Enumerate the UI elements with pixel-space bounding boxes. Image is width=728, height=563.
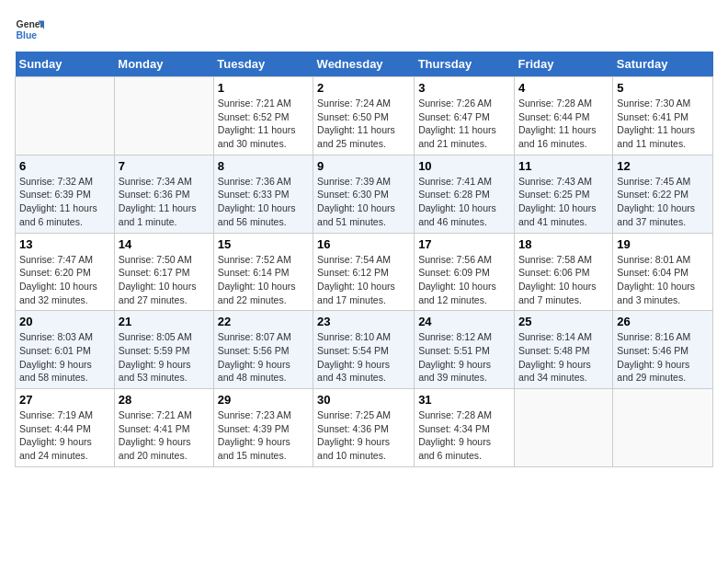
day-header-thursday: Thursday (415, 52, 515, 77)
day-info: Sunrise: 7:34 AM Sunset: 6:36 PM Dayligh… (119, 175, 210, 229)
day-info: Sunrise: 7:25 AM Sunset: 4:36 PM Dayligh… (317, 408, 410, 463)
day-info: Sunrise: 7:19 AM Sunset: 4:44 PM Dayligh… (19, 408, 110, 463)
calendar-week-row: 20Sunrise: 8:03 AM Sunset: 6:01 PM Dayli… (16, 311, 713, 389)
logo: General Blue (15, 15, 44, 44)
day-info: Sunrise: 7:41 AM Sunset: 6:28 PM Dayligh… (418, 175, 510, 229)
calendar-cell: 25Sunrise: 8:14 AM Sunset: 5:48 PM Dayli… (514, 311, 612, 389)
day-number: 25 (518, 315, 609, 328)
calendar-cell: 28Sunrise: 7:21 AM Sunset: 4:41 PM Dayli… (114, 389, 213, 467)
day-number: 23 (317, 315, 410, 328)
calendar-cell (114, 77, 213, 155)
day-info: Sunrise: 7:21 AM Sunset: 4:41 PM Dayligh… (119, 408, 210, 463)
day-info: Sunrise: 7:26 AM Sunset: 6:47 PM Dayligh… (418, 97, 510, 151)
day-info: Sunrise: 7:30 AM Sunset: 6:41 PM Dayligh… (617, 97, 709, 151)
day-info: Sunrise: 7:54 AM Sunset: 6:12 PM Dayligh… (317, 253, 410, 307)
calendar-cell: 29Sunrise: 7:23 AM Sunset: 4:39 PM Dayli… (213, 389, 313, 467)
day-number: 29 (218, 393, 309, 407)
day-number: 5 (617, 81, 709, 95)
calendar-cell: 8Sunrise: 7:36 AM Sunset: 6:33 PM Daylig… (213, 155, 313, 233)
day-number: 6 (19, 159, 110, 173)
calendar-cell: 11Sunrise: 7:43 AM Sunset: 6:25 PM Dayli… (514, 155, 612, 233)
day-info: Sunrise: 8:10 AM Sunset: 5:54 PM Dayligh… (317, 330, 410, 385)
day-info: Sunrise: 8:07 AM Sunset: 5:56 PM Dayligh… (218, 330, 309, 385)
day-info: Sunrise: 7:28 AM Sunset: 4:34 PM Dayligh… (418, 408, 510, 463)
day-header-saturday: Saturday (613, 52, 713, 77)
day-info: Sunrise: 7:36 AM Sunset: 6:33 PM Dayligh… (218, 175, 309, 229)
calendar-cell: 12Sunrise: 7:45 AM Sunset: 6:22 PM Dayli… (613, 155, 713, 233)
day-info: Sunrise: 7:43 AM Sunset: 6:25 PM Dayligh… (518, 175, 609, 229)
calendar-cell: 6Sunrise: 7:32 AM Sunset: 6:39 PM Daylig… (16, 155, 115, 233)
calendar-cell: 27Sunrise: 7:19 AM Sunset: 4:44 PM Dayli… (16, 389, 115, 467)
calendar-table: SundayMondayTuesdayWednesdayThursdayFrid… (15, 52, 713, 467)
calendar-cell: 3Sunrise: 7:26 AM Sunset: 6:47 PM Daylig… (415, 77, 515, 155)
day-number: 14 (119, 237, 210, 251)
day-info: Sunrise: 7:58 AM Sunset: 6:06 PM Dayligh… (518, 253, 609, 307)
calendar-cell: 26Sunrise: 8:16 AM Sunset: 5:46 PM Dayli… (613, 311, 713, 389)
day-header-monday: Monday (114, 52, 213, 77)
day-info: Sunrise: 8:05 AM Sunset: 5:59 PM Dayligh… (119, 330, 210, 385)
calendar-week-row: 13Sunrise: 7:47 AM Sunset: 6:20 PM Dayli… (16, 233, 713, 311)
day-info: Sunrise: 7:23 AM Sunset: 4:39 PM Dayligh… (218, 408, 309, 463)
logo-icon: General Blue (15, 15, 44, 44)
calendar-cell: 9Sunrise: 7:39 AM Sunset: 6:30 PM Daylig… (313, 155, 415, 233)
svg-text:Blue: Blue (17, 30, 38, 40)
calendar-cell (514, 389, 612, 467)
day-number: 19 (617, 237, 709, 251)
day-number: 9 (317, 159, 410, 173)
day-info: Sunrise: 7:45 AM Sunset: 6:22 PM Dayligh… (617, 175, 709, 229)
day-number: 27 (19, 393, 110, 407)
calendar-cell: 21Sunrise: 8:05 AM Sunset: 5:59 PM Dayli… (114, 311, 213, 389)
day-header-friday: Friday (514, 52, 612, 77)
day-number: 3 (418, 81, 510, 95)
calendar-week-row: 27Sunrise: 7:19 AM Sunset: 4:44 PM Dayli… (16, 389, 713, 467)
calendar-header-row: SundayMondayTuesdayWednesdayThursdayFrid… (16, 52, 713, 77)
day-number: 24 (418, 315, 510, 328)
day-info: Sunrise: 8:16 AM Sunset: 5:46 PM Dayligh… (617, 330, 709, 385)
day-info: Sunrise: 8:01 AM Sunset: 6:04 PM Dayligh… (617, 253, 709, 307)
day-number: 15 (218, 237, 309, 251)
day-number: 11 (518, 159, 609, 173)
day-number: 10 (418, 159, 510, 173)
day-number: 31 (418, 393, 510, 407)
calendar-cell: 31Sunrise: 7:28 AM Sunset: 4:34 PM Dayli… (415, 389, 515, 467)
day-info: Sunrise: 7:50 AM Sunset: 6:17 PM Dayligh… (119, 253, 210, 307)
calendar-cell: 22Sunrise: 8:07 AM Sunset: 5:56 PM Dayli… (213, 311, 313, 389)
calendar-cell: 2Sunrise: 7:24 AM Sunset: 6:50 PM Daylig… (313, 77, 415, 155)
day-number: 16 (317, 237, 410, 251)
calendar-cell: 20Sunrise: 8:03 AM Sunset: 6:01 PM Dayli… (16, 311, 115, 389)
day-number: 12 (617, 159, 709, 173)
calendar-cell: 10Sunrise: 7:41 AM Sunset: 6:28 PM Dayli… (415, 155, 515, 233)
calendar-cell: 7Sunrise: 7:34 AM Sunset: 6:36 PM Daylig… (114, 155, 213, 233)
day-info: Sunrise: 7:56 AM Sunset: 6:09 PM Dayligh… (418, 253, 510, 307)
calendar-cell: 18Sunrise: 7:58 AM Sunset: 6:06 PM Dayli… (514, 233, 612, 311)
calendar-cell: 19Sunrise: 8:01 AM Sunset: 6:04 PM Dayli… (613, 233, 713, 311)
calendar-cell: 24Sunrise: 8:12 AM Sunset: 5:51 PM Dayli… (415, 311, 515, 389)
page-header: General Blue (15, 15, 713, 44)
calendar-cell: 4Sunrise: 7:28 AM Sunset: 6:44 PM Daylig… (514, 77, 612, 155)
day-info: Sunrise: 7:28 AM Sunset: 6:44 PM Dayligh… (518, 97, 609, 151)
calendar-cell (613, 389, 713, 467)
day-info: Sunrise: 7:52 AM Sunset: 6:14 PM Dayligh… (218, 253, 309, 307)
calendar-cell: 23Sunrise: 8:10 AM Sunset: 5:54 PM Dayli… (313, 311, 415, 389)
day-number: 2 (317, 81, 410, 95)
calendar-cell: 30Sunrise: 7:25 AM Sunset: 4:36 PM Dayli… (313, 389, 415, 467)
day-number: 18 (518, 237, 609, 251)
calendar-cell: 17Sunrise: 7:56 AM Sunset: 6:09 PM Dayli… (415, 233, 515, 311)
day-header-sunday: Sunday (16, 52, 115, 77)
day-header-wednesday: Wednesday (313, 52, 415, 77)
day-number: 28 (119, 393, 210, 407)
calendar-week-row: 6Sunrise: 7:32 AM Sunset: 6:39 PM Daylig… (16, 155, 713, 233)
day-number: 22 (218, 315, 309, 328)
day-number: 1 (218, 81, 309, 95)
calendar-cell: 5Sunrise: 7:30 AM Sunset: 6:41 PM Daylig… (613, 77, 713, 155)
day-info: Sunrise: 7:47 AM Sunset: 6:20 PM Dayligh… (19, 253, 110, 307)
calendar-cell: 1Sunrise: 7:21 AM Sunset: 6:52 PM Daylig… (213, 77, 313, 155)
day-info: Sunrise: 8:03 AM Sunset: 6:01 PM Dayligh… (19, 330, 110, 385)
calendar-cell: 14Sunrise: 7:50 AM Sunset: 6:17 PM Dayli… (114, 233, 213, 311)
day-number: 30 (317, 393, 410, 407)
day-info: Sunrise: 8:14 AM Sunset: 5:48 PM Dayligh… (518, 330, 609, 385)
day-number: 7 (119, 159, 210, 173)
day-info: Sunrise: 7:21 AM Sunset: 6:52 PM Dayligh… (218, 97, 309, 151)
day-number: 13 (19, 237, 110, 251)
day-header-tuesday: Tuesday (213, 52, 313, 77)
